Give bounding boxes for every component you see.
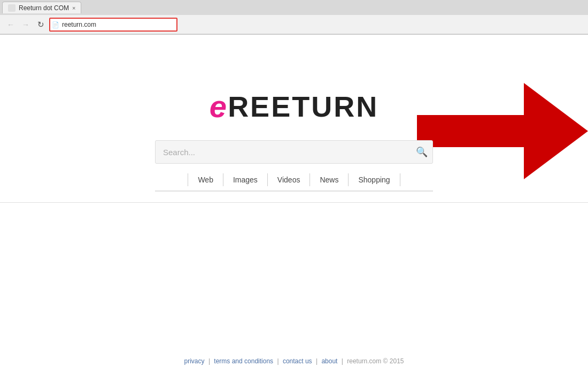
nav-link-shopping[interactable]: Shopping bbox=[349, 173, 400, 186]
tab-title: Reeturn dot COM bbox=[19, 4, 69, 12]
nav-link-videos[interactable]: Videos bbox=[268, 173, 311, 186]
footer: privacy | terms and conditions | contact… bbox=[0, 357, 588, 365]
footer-terms-link[interactable]: terms and conditions bbox=[214, 357, 273, 365]
search-button[interactable]: 🔍 bbox=[416, 146, 428, 158]
toolbar: ← → ↻ 📄 bbox=[0, 15, 588, 34]
search-box-wrapper: 🔍 bbox=[155, 140, 433, 164]
page-separator bbox=[0, 202, 588, 203]
nav-links: Web Images Videos News Shopping bbox=[155, 173, 433, 192]
address-page-icon: 📄 bbox=[52, 21, 59, 28]
nav-link-images[interactable]: Images bbox=[223, 173, 268, 186]
footer-privacy-link[interactable]: privacy bbox=[184, 357, 205, 365]
footer-sep-1: | bbox=[208, 357, 210, 365]
site-logo: e REETURN bbox=[210, 88, 378, 124]
main-area: e REETURN 🔍 Web Images Videos News Shopp… bbox=[0, 88, 588, 192]
footer-sep-4: | bbox=[342, 357, 343, 365]
address-bar-container: 📄 bbox=[49, 18, 177, 32]
tab-bar: Reeturn dot COM × bbox=[0, 0, 588, 15]
footer-about-link[interactable]: about bbox=[321, 357, 337, 365]
search-icon: 🔍 bbox=[416, 147, 428, 157]
logo-e-letter: e bbox=[210, 88, 228, 124]
page-content: e REETURN 🔍 Web Images Videos News Shopp… bbox=[0, 35, 588, 374]
browser-chrome: Reeturn dot COM × ← → ↻ 📄 bbox=[0, 0, 588, 35]
nav-link-news[interactable]: News bbox=[310, 173, 349, 186]
footer-contact-link[interactable]: contact us bbox=[283, 357, 312, 365]
browser-tab[interactable]: Reeturn dot COM × bbox=[2, 2, 81, 13]
tab-close-button[interactable]: × bbox=[72, 5, 75, 11]
footer-sep-2: | bbox=[277, 357, 278, 365]
footer-copyright: reeturn.com © 2015 bbox=[347, 357, 404, 365]
footer-sep-3: | bbox=[316, 357, 318, 365]
tab-favicon bbox=[8, 4, 16, 12]
reload-button[interactable]: ↻ bbox=[34, 18, 47, 31]
forward-button[interactable]: → bbox=[19, 18, 32, 31]
nav-link-web[interactable]: Web bbox=[188, 173, 223, 186]
logo-reeturn-text: REETURN bbox=[228, 90, 378, 123]
search-input[interactable] bbox=[155, 140, 433, 164]
back-button[interactable]: ← bbox=[4, 18, 17, 31]
address-bar[interactable] bbox=[49, 18, 177, 32]
